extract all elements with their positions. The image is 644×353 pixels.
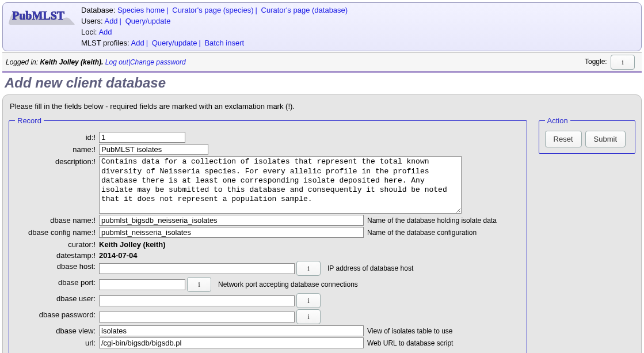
hint-dbase-port: Network port accepting database connecti…	[218, 280, 358, 289]
submit-button[interactable]: Submit	[585, 131, 626, 147]
link-loci-add[interactable]: Add	[98, 28, 112, 36]
label-dbase-user: dbase user:	[15, 293, 99, 303]
header-box: PubMLST Database: Species home| Curator'…	[2, 2, 642, 51]
dbase-view-input[interactable]	[99, 325, 364, 336]
link-curator-database[interactable]: Curator's page (database)	[261, 6, 348, 14]
users-label: Users:	[81, 17, 103, 25]
logged-in-label: Logged in:	[6, 58, 38, 66]
label-url: url:	[15, 337, 99, 347]
link-species-home[interactable]: Species home	[117, 6, 165, 14]
hint-dbase-host: IP address of database host	[327, 264, 413, 272]
dbase-name-input[interactable]	[99, 215, 364, 226]
link-curator-species[interactable]: Curator's page (species)	[172, 6, 253, 14]
link-mlst-batch[interactable]: Batch insert	[204, 39, 244, 47]
dbase-config-input[interactable]	[99, 227, 364, 238]
label-name: name:!	[15, 144, 99, 154]
hint-dbase-view: View of isolates table to use	[367, 327, 453, 335]
svg-text:PubMLST: PubMLST	[12, 9, 65, 22]
label-curator: curator:!	[15, 239, 99, 249]
label-dbase-config: dbase config name:!	[15, 227, 99, 237]
label-dbase-host: dbase host:	[15, 261, 99, 271]
info-icon[interactable]: i	[187, 277, 211, 292]
toggle-label: Toggle:	[585, 58, 607, 66]
label-description: description:!	[15, 156, 99, 166]
info-icon[interactable]: i	[611, 55, 635, 70]
link-mlst-query[interactable]: Query/update	[152, 39, 197, 47]
logged-in-user: Keith Jolley (keith).	[40, 58, 103, 66]
record-legend: Record	[15, 116, 44, 125]
mlst-label: MLST profiles:	[81, 39, 129, 47]
name-input[interactable]	[99, 144, 208, 155]
label-dbase-view: dbase view:	[15, 325, 99, 335]
hint-url: Web URL to database script	[367, 339, 453, 347]
label-dbase-name: dbase name:!	[15, 215, 99, 225]
database-label: Database:	[81, 6, 115, 14]
link-change-password[interactable]: Change password	[130, 58, 186, 66]
url-input[interactable]	[99, 337, 364, 348]
reset-button[interactable]: Reset	[545, 131, 582, 147]
id-input[interactable]	[99, 132, 185, 143]
description-textarea[interactable]	[99, 156, 462, 214]
pubmlst-logo: PubMLST	[7, 6, 75, 26]
header-links: Database: Species home| Curator's page (…	[81, 5, 348, 48]
hint-dbase-config: Name of the database configuration	[367, 229, 477, 237]
info-icon[interactable]: i	[296, 261, 321, 276]
label-datestamp: datestamp:!	[15, 250, 99, 260]
link-mlst-add[interactable]: Add	[131, 39, 144, 47]
hint-dbase-name: Name of the database holding isolate dat…	[367, 217, 497, 225]
loci-label: Loci:	[81, 28, 97, 36]
curator-value: Keith Jolley (keith)	[99, 239, 166, 249]
dbase-host-input[interactable]	[99, 263, 295, 274]
dbase-user-input[interactable]	[99, 295, 295, 306]
label-dbase-password: dbase password:	[15, 309, 99, 319]
dbase-port-input[interactable]	[99, 279, 185, 290]
action-legend: Action	[545, 116, 570, 125]
label-id: id:!	[15, 132, 99, 142]
action-fieldset: Action Reset Submit	[539, 116, 635, 154]
page-title: Add new client database	[5, 75, 639, 91]
label-dbase-port: dbase port:	[15, 277, 99, 287]
record-fieldset: Record id:! name:! description:! dbase n…	[9, 116, 527, 353]
form-panel: Please fill in the fields below - requir…	[2, 94, 642, 353]
info-icon[interactable]: i	[296, 309, 321, 324]
link-users-query[interactable]: Query/update	[125, 17, 171, 25]
datestamp-value: 2014-07-04	[99, 250, 138, 260]
info-icon[interactable]: i	[296, 293, 321, 308]
link-users-add[interactable]: Add	[104, 17, 117, 25]
auth-bar: Logged in: Keith Jolley (keith). Log out…	[2, 52, 642, 73]
preamble-text: Please fill in the fields below - requir…	[10, 102, 634, 111]
dbase-password-input[interactable]	[99, 312, 295, 322]
link-logout[interactable]: Log out	[105, 58, 128, 66]
